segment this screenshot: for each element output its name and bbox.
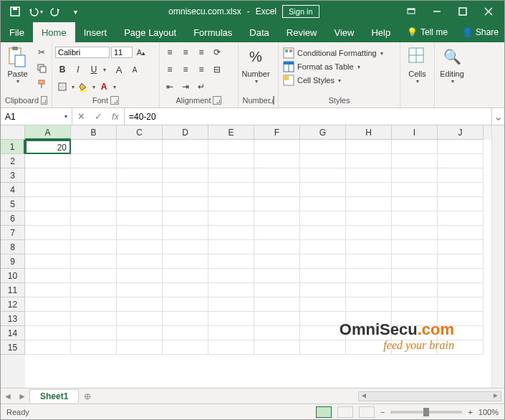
cell-H14[interactable] — [346, 326, 392, 340]
ribbon-options-icon[interactable] — [398, 1, 424, 22]
cell-F8[interactable] — [254, 240, 300, 254]
cell-G14[interactable] — [300, 326, 346, 340]
editing-button[interactable]: 🔍 Editing▾ — [438, 45, 466, 85]
expand-formula-bar-icon[interactable]: ⌄ — [491, 108, 504, 125]
wrap-text-icon[interactable]: ↵ — [194, 80, 208, 94]
cell-G6[interactable] — [300, 211, 346, 226]
col-header-J[interactable]: J — [438, 125, 484, 140]
zoom-level-label[interactable]: 100% — [478, 408, 499, 416]
page-layout-view-button[interactable] — [337, 406, 353, 418]
cell-C4[interactable] — [117, 183, 163, 197]
cell-C14[interactable] — [117, 326, 163, 340]
cell-I8[interactable] — [392, 240, 438, 254]
cell-I1[interactable] — [392, 140, 438, 154]
row-header-15[interactable]: 15 — [1, 340, 25, 355]
col-header-C[interactable]: C — [117, 125, 163, 140]
cell-J9[interactable] — [438, 254, 484, 269]
cell-J15[interactable] — [438, 340, 484, 355]
cell-B2[interactable] — [71, 154, 117, 168]
cell-B7[interactable] — [71, 226, 117, 240]
align-middle-icon[interactable]: ≡ — [178, 45, 193, 59]
cell-H6[interactable] — [346, 211, 392, 226]
row-header-3[interactable]: 3 — [1, 168, 25, 183]
share-button[interactable]: Share — [476, 27, 499, 37]
cell-B12[interactable] — [71, 297, 117, 312]
cell-E7[interactable] — [208, 226, 254, 240]
cell-I4[interactable] — [392, 183, 438, 197]
tab-help[interactable]: Help — [362, 22, 399, 42]
sheet-tab-sheet1[interactable]: Sheet1 — [29, 389, 79, 403]
cell-E13[interactable] — [208, 312, 254, 326]
cell-I3[interactable] — [392, 168, 438, 183]
cell-H1[interactable] — [346, 140, 392, 154]
col-header-G[interactable]: G — [300, 125, 346, 140]
cell-J5[interactable] — [438, 197, 484, 211]
cell-A10[interactable] — [25, 269, 71, 283]
cell-J11[interactable] — [438, 283, 484, 297]
align-left-icon[interactable]: ≡ — [163, 62, 177, 77]
font-color-icon[interactable]: A — [97, 80, 111, 94]
col-header-B[interactable]: B — [71, 125, 117, 140]
cell-I6[interactable] — [392, 211, 438, 226]
cell-A13[interactable] — [25, 312, 71, 326]
cell-H2[interactable] — [346, 154, 392, 168]
row-header-14[interactable]: 14 — [1, 326, 25, 340]
cell-D12[interactable] — [163, 297, 208, 312]
maximize-icon[interactable] — [450, 1, 476, 22]
alignment-launcher[interactable] — [213, 96, 221, 105]
cell-G8[interactable] — [300, 240, 346, 254]
bold-button[interactable]: B — [55, 62, 69, 77]
align-center-icon[interactable]: ≡ — [178, 62, 193, 77]
col-header-D[interactable]: D — [163, 125, 208, 140]
cell-A8[interactable] — [25, 240, 71, 254]
row-header-1[interactable]: 1 — [1, 140, 25, 154]
cell-G15[interactable] — [300, 340, 346, 355]
cell-A11[interactable] — [25, 283, 71, 297]
cut-icon[interactable]: ✂ — [34, 45, 49, 59]
cell-C15[interactable] — [117, 340, 163, 355]
cell-F3[interactable] — [254, 168, 300, 183]
signin-button[interactable]: Sign in — [282, 5, 319, 18]
col-header-H[interactable]: H — [346, 125, 392, 140]
cell-J3[interactable] — [438, 168, 484, 183]
zoom-in-button[interactable]: + — [468, 408, 472, 416]
row-header-5[interactable]: 5 — [1, 197, 25, 211]
cell-D13[interactable] — [163, 312, 208, 326]
cell-C8[interactable] — [117, 240, 163, 254]
row-header-10[interactable]: 10 — [1, 269, 25, 283]
cell-C10[interactable] — [117, 269, 163, 283]
cell-H3[interactable] — [346, 168, 392, 183]
cell-G7[interactable] — [300, 226, 346, 240]
cell-E15[interactable] — [208, 340, 254, 355]
cell-G10[interactable] — [300, 269, 346, 283]
orientation-icon[interactable]: ⟳ — [210, 45, 224, 59]
zoom-out-button[interactable]: − — [380, 408, 385, 416]
cell-D3[interactable] — [163, 168, 208, 183]
tellme-button[interactable]: Tell me — [420, 27, 448, 37]
cell-I12[interactable] — [392, 297, 438, 312]
cell-H5[interactable] — [346, 197, 392, 211]
increase-indent-icon[interactable]: ⇥ — [178, 80, 193, 94]
row-header-8[interactable]: 8 — [1, 240, 25, 254]
zoom-slider[interactable] — [390, 411, 462, 414]
cell-B1[interactable] — [71, 140, 117, 154]
cell-C7[interactable] — [117, 226, 163, 240]
tab-file[interactable]: File — [1, 22, 33, 42]
cell-E10[interactable] — [208, 269, 254, 283]
cell-B9[interactable] — [71, 254, 117, 269]
cell-F9[interactable] — [254, 254, 300, 269]
cell-A5[interactable] — [25, 197, 71, 211]
cell-B3[interactable] — [71, 168, 117, 183]
cell-E6[interactable] — [208, 211, 254, 226]
cell-A15[interactable] — [25, 340, 71, 355]
enter-formula-icon[interactable]: ✓ — [90, 111, 107, 122]
cell-D10[interactable] — [163, 269, 208, 283]
cell-G1[interactable] — [300, 140, 346, 154]
cell-F12[interactable] — [254, 297, 300, 312]
cell-E5[interactable] — [208, 197, 254, 211]
vertical-scrollbar[interactable] — [491, 125, 504, 388]
cell-C2[interactable] — [117, 154, 163, 168]
tab-review[interactable]: Review — [278, 22, 326, 42]
cell-B4[interactable] — [71, 183, 117, 197]
cell-G9[interactable] — [300, 254, 346, 269]
